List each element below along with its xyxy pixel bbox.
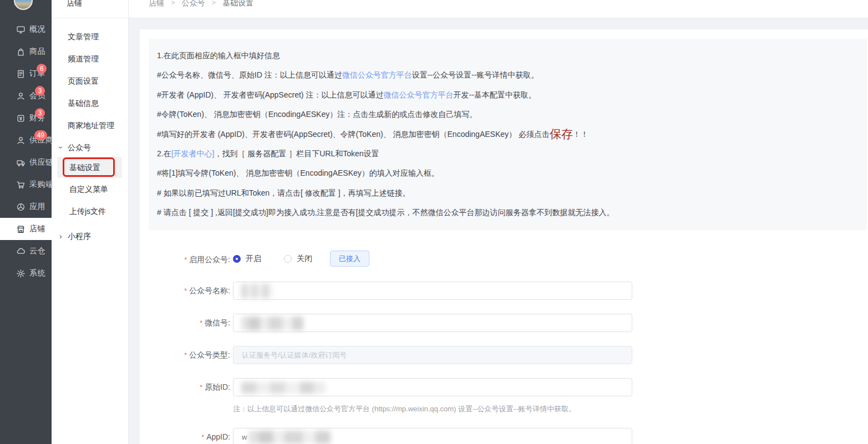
user-icon [16, 136, 26, 145]
sidebar-item-finance[interactable]: 财务 3 [0, 107, 52, 129]
sidebar-item-apps[interactable]: 应用 [0, 196, 52, 218]
sidebar-item-orders[interactable]: 订单 6 [0, 63, 52, 85]
settings-card: 1.在此页面相应的输入框中填好信息 #公众号名称、微信号、原始ID 注：以上信息… [140, 29, 868, 444]
app-id-input[interactable]: w [233, 428, 632, 444]
menu-item-basic-settings[interactable]: 基础设置 [52, 157, 129, 178]
required-mark: * [184, 256, 187, 264]
radio-label: 开启 [246, 254, 261, 264]
breadcrumb-separator: > [212, 0, 216, 8]
instruction-text: #公众号名称、微信号、原始ID 注：以上信息可以通过 [157, 70, 342, 79]
instruction-line: #令牌(ToKen)、 消息加密密钥（EncodingAESKey）注：点击生成… [157, 105, 859, 124]
redacted-value [241, 382, 326, 394]
field-label-text: 公众号类型: [189, 350, 230, 359]
cart-icon [16, 180, 26, 190]
instruction-line: 2.在[开发者中心]，找到［ 服务器配置 ］栏目下URL和Token设置 [157, 144, 859, 164]
sidebar-item-label: 采购端 [29, 180, 54, 190]
instruction-text: # 请点击 [ 提交 ] ,返回[提交成功]即为接入成功,注意是否有[提交成功提… [157, 208, 614, 217]
sidebar-item-procurement[interactable]: 采购端 [0, 173, 52, 196]
redacted-value [241, 317, 303, 330]
sidebar-item-cloud-warehouse[interactable]: 云仓 [0, 240, 52, 262]
required-mark: * [184, 351, 187, 359]
connected-status-button[interactable]: 已接入 [330, 251, 369, 267]
official-platform-link[interactable]: 微信公众号官方平台 [342, 70, 412, 79]
official-platform-link[interactable]: 微信公众号官方平台 [383, 90, 453, 99]
instruction-text: 设置--公众号设置--账号详情中获取。 [412, 70, 539, 79]
user-icon [16, 91, 26, 101]
finance-count-badge: 3 [35, 108, 45, 118]
sidebar-item-label: 系统 [29, 268, 45, 278]
sidebar-item-supply-chain[interactable]: 供应链 [0, 151, 52, 173]
field-label-text: AppID: [206, 432, 230, 441]
sidebar-item-label: 应用 [29, 202, 45, 212]
original-id-note: 注：以上信息可以通过微信公众号官方平台 (https://mp.weixin.q… [233, 404, 576, 414]
members-count-badge: 3 [35, 86, 45, 96]
redacted-value [241, 284, 272, 298]
field-label-text: 公众号名称: [189, 286, 230, 295]
shop-icon [16, 224, 26, 234]
account-name-input[interactable] [233, 282, 632, 300]
breadcrumb-separator: > [171, 0, 175, 8]
menu-item-upload-js[interactable]: 上传js文件 [52, 200, 129, 222]
cloud-icon [16, 247, 26, 256]
main-content: 店铺 > 公众号 > 基础设置 1.在此页面相应的输入框中填好信息 #公众号名称… [129, 0, 868, 444]
breadcrumb-item[interactable]: 公众号 [182, 0, 205, 8]
account-type-input [233, 346, 632, 364]
sidebar-item-goods[interactable]: 商品 [0, 40, 52, 63]
instruction-line: # 如果以前已填写过URL和Token，请点击[ 修改配置 ]，再填写上述链接。 [157, 183, 859, 203]
menu-item-custom-menu[interactable]: 自定义菜单 [52, 178, 129, 200]
menu-item-basic-info[interactable]: 基础信息 [52, 92, 129, 114]
sidebar-item-members[interactable]: 会员 3 [0, 85, 52, 107]
gear-icon [16, 269, 26, 278]
instruction-text: #填写好的开发者 (AppID)、开发者密码(AppSecret)、令牌(ToK… [157, 130, 550, 139]
instruction-line: #将[1]填写令牌(ToKen)、 消息加密密钥（EncodingAESKey）… [157, 164, 859, 183]
radio-label: 关闭 [297, 254, 312, 264]
original-id-input[interactable] [233, 378, 632, 396]
field-label-text: 原始ID: [205, 382, 230, 391]
redacted-value [248, 431, 331, 444]
suppliers-count-badge: 49 [34, 130, 47, 140]
sidebar-item-label: 商品 [29, 47, 45, 57]
sidebar-item-overview[interactable]: 概况 [0, 18, 52, 40]
field-label-text: 启用公众号: [189, 255, 230, 264]
sidebar-item-label: 云仓 [29, 246, 45, 256]
menu-item-merchant-address[interactable]: 商家地址管理 [52, 114, 129, 136]
menu-item-page-settings[interactable]: 页面设置 [52, 70, 129, 92]
sidebar-item-label: 店铺 [29, 224, 45, 234]
sidebar-item-label: 供应链 [29, 157, 54, 167]
breadcrumb-item-current: 基础设置 [222, 0, 253, 8]
apps-icon [16, 202, 26, 212]
instruction-text: 开发--基本配置中获取。 [453, 90, 536, 99]
instruction-text: ！！ [573, 130, 588, 139]
field-label: *公众号名称: [140, 282, 230, 300]
sidebar-item-shop[interactable]: 店铺 [0, 218, 52, 240]
bag-icon [16, 47, 26, 57]
menu-group-label: 小程序 [68, 232, 91, 241]
menu-group-official-account[interactable]: › 公众号 [52, 136, 129, 159]
form-row-account-name: *公众号名称: [140, 282, 805, 300]
field-label: *AppID: [140, 428, 230, 444]
breadcrumb: 店铺 > 公众号 > 基础设置 [149, 0, 253, 8]
instruction-text: 1.在此页面相应的输入框中填好信息 [157, 51, 280, 60]
menu-item-channel-management[interactable]: 频道管理 [52, 48, 129, 70]
finance-icon [16, 114, 26, 123]
sidebar-item-label: 概况 [29, 24, 45, 34]
user-avatar[interactable] [14, 0, 33, 10]
radio-enable-on[interactable]: 开启 [233, 254, 261, 264]
menu-item-article-management[interactable]: 文章管理 [52, 25, 129, 48]
secondary-sidebar-header: 店铺 [52, 0, 129, 18]
field-label: *微信号: [140, 314, 230, 332]
radio-selected-icon [233, 255, 241, 263]
instruction-text: # 如果以前已填写过URL和Token，请点击[ 修改配置 ]，再填写上述链接。 [157, 188, 410, 197]
monitor-icon [16, 25, 26, 34]
menu-group-mini-program[interactable]: › 小程序 [52, 225, 129, 247]
required-mark: * [184, 287, 187, 295]
breadcrumb-item[interactable]: 店铺 [149, 0, 164, 8]
wechat-id-input[interactable] [233, 314, 632, 332]
field-label: *原始ID: [140, 378, 230, 396]
chevron-right-icon: › [59, 225, 62, 247]
sidebar-item-suppliers[interactable]: 供应商 49 [0, 129, 52, 151]
instruction-text: #将[1]填写令牌(ToKen)、 消息加密密钥（EncodingAESKey）… [157, 169, 439, 177]
developer-center-link[interactable]: [开发者中心] [171, 149, 215, 158]
sidebar-item-system[interactable]: 系统 [0, 262, 52, 284]
radio-enable-off[interactable]: 关闭 [284, 254, 312, 264]
